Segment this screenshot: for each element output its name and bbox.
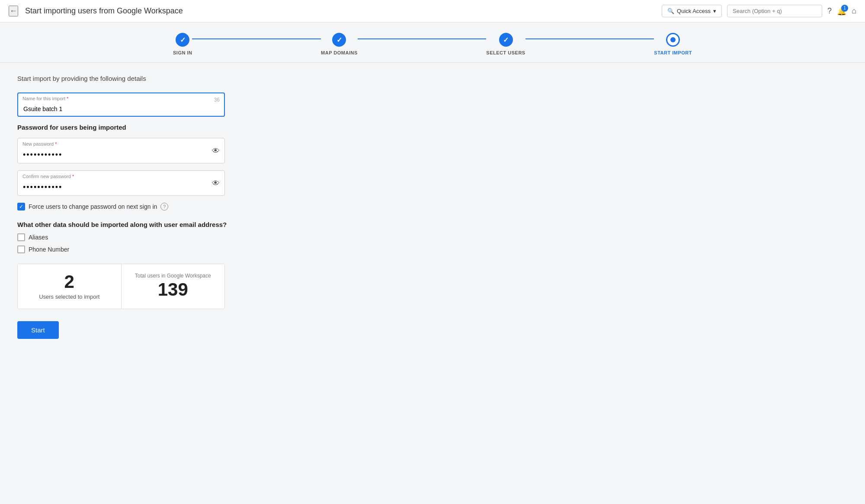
stepper-container: ✓ SIGN IN ✓ MAP DOMAINS ✓ SELECT USERS S… xyxy=(0,22,865,63)
new-password-label: New password * xyxy=(22,141,57,147)
step-circle-sign-in: ✓ xyxy=(176,33,189,47)
step-label-start-import: START IMPORT xyxy=(654,50,692,55)
force-change-help-icon[interactable]: ? xyxy=(160,203,168,211)
quick-access-label: Quick Access xyxy=(677,8,711,14)
confirm-password-wrapper: Confirm new password * 👁 xyxy=(17,170,225,196)
home-icon: ⌂ xyxy=(852,6,856,16)
step-label-map-domains: MAP DOMAINS xyxy=(321,50,358,55)
notification-button[interactable]: 🔔 1 xyxy=(837,6,846,16)
confirm-password-group: Confirm new password * 👁 xyxy=(17,170,372,196)
notification-badge: 1 xyxy=(841,5,848,12)
aliases-checkbox[interactable] xyxy=(17,233,25,241)
force-change-label: Force users to change password on next s… xyxy=(29,203,157,210)
search-input[interactable] xyxy=(727,5,822,17)
users-selected-box: 2 Users selected to import xyxy=(18,264,122,309)
check-mark: ✓ xyxy=(19,204,23,210)
other-data-title: What other data should be imported along… xyxy=(17,221,372,228)
phone-label: Phone Number xyxy=(29,246,69,253)
other-data-section: What other data should be imported along… xyxy=(17,221,372,253)
step-circle-map-domains: ✓ xyxy=(332,33,346,47)
header: ← Start importing users from Google Work… xyxy=(0,0,865,22)
home-button[interactable]: ⌂ xyxy=(852,6,856,16)
check-icon-select-users: ✓ xyxy=(503,36,509,44)
confirm-password-required: * xyxy=(72,174,74,179)
eye-icon: 👁 xyxy=(212,146,220,155)
total-users-number: 139 xyxy=(132,281,215,299)
total-users-box: Total users in Google Workspace 139 xyxy=(122,264,225,309)
stats-row: 2 Users selected to import Total users i… xyxy=(17,264,225,309)
users-selected-number: 2 xyxy=(28,273,111,291)
users-selected-label: Users selected to import xyxy=(28,293,111,300)
phone-checkbox[interactable] xyxy=(17,246,25,253)
char-count: 36 xyxy=(214,97,220,103)
total-users-sublabel: Total users in Google Workspace xyxy=(132,273,215,279)
stepper: ✓ SIGN IN ✓ MAP DOMAINS ✓ SELECT USERS S… xyxy=(173,33,692,55)
step-label-select-users: SELECT USERS xyxy=(486,50,525,55)
import-name-group: Name for this import * 36 xyxy=(17,93,372,117)
confirm-password-label: Confirm new password * xyxy=(22,174,74,179)
import-name-wrapper: Name for this import * 36 xyxy=(17,93,225,117)
chevron-down-icon: ▾ xyxy=(713,8,716,14)
phone-option-row: Phone Number xyxy=(17,246,372,253)
page-title: Start importing users from Google Worksp… xyxy=(25,6,655,16)
main-content: Start import by providing the following … xyxy=(0,63,389,351)
aliases-option-row: Aliases xyxy=(17,233,372,241)
force-change-checkbox[interactable]: ✓ xyxy=(17,203,25,211)
force-change-row: ✓ Force users to change password on next… xyxy=(17,203,372,211)
back-button[interactable]: ← xyxy=(9,6,18,16)
step-select-users: ✓ SELECT USERS xyxy=(486,33,525,55)
help-button[interactable]: ? xyxy=(827,6,832,16)
new-password-required: * xyxy=(55,141,57,147)
step-sign-in: ✓ SIGN IN xyxy=(173,33,192,55)
step-map-domains: ✓ MAP DOMAINS xyxy=(321,33,358,55)
step-connector-2 xyxy=(358,38,487,39)
quick-access-button[interactable]: 🔍 Quick Access ▾ xyxy=(662,5,722,17)
step-connector-1 xyxy=(192,38,321,39)
aliases-label: Aliases xyxy=(29,234,48,241)
import-name-required: * xyxy=(67,96,68,101)
step-circle-start-import xyxy=(666,33,680,47)
check-icon-map-domains: ✓ xyxy=(336,36,342,44)
import-name-label: Name for this import * xyxy=(22,96,68,101)
password-section-title: Password for users being imported xyxy=(17,124,372,131)
search-icon: 🔍 xyxy=(667,8,674,14)
step-label-sign-in: SIGN IN xyxy=(173,50,192,55)
step-circle-select-users: ✓ xyxy=(499,33,513,47)
section-intro: Start import by providing the following … xyxy=(17,75,372,82)
start-button[interactable]: Start xyxy=(17,321,59,339)
check-icon-sign-in: ✓ xyxy=(180,36,186,44)
toggle-new-password-button[interactable]: 👁 xyxy=(212,146,220,155)
step-start-import: START IMPORT xyxy=(654,33,692,55)
header-actions: 🔍 Quick Access ▾ ? 🔔 1 ⌂ xyxy=(662,5,856,17)
new-password-wrapper: New password * 👁 xyxy=(17,138,225,163)
toggle-confirm-password-button[interactable]: 👁 xyxy=(212,179,220,188)
step-connector-3 xyxy=(525,38,654,39)
new-password-group: New password * 👁 xyxy=(17,138,372,163)
help-icon: ? xyxy=(827,6,832,16)
eye-icon-confirm: 👁 xyxy=(212,179,220,187)
